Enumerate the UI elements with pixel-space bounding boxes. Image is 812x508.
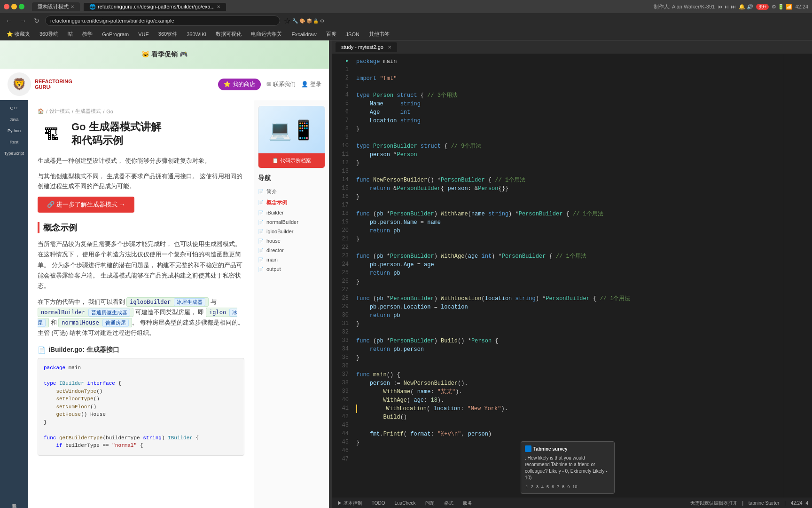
breadcrumb-home[interactable]: 🏠: [38, 108, 44, 114]
nav-icon-house: 📄: [258, 238, 264, 244]
scale-1[interactable]: 1: [525, 484, 529, 490]
nav-item-igloobuilder[interactable]: 📄 iglooBuilder: [258, 227, 325, 236]
scale-4[interactable]: 4: [540, 484, 545, 490]
bookmark-360wiki[interactable]: 360WIKI: [184, 31, 209, 38]
nav-item-normalbuilder[interactable]: 📄 normalBuilder: [258, 217, 325, 227]
breadcrumb-design-patterns[interactable]: 设计模式: [49, 108, 70, 115]
sidebar-contact[interactable]: 联系我们: [11, 497, 17, 504]
breadcrumb-current: Go: [106, 109, 113, 114]
login-link[interactable]: 👤 登录: [301, 80, 321, 88]
tab-icon: 🌐: [89, 4, 96, 10]
bookmark-json[interactable]: JSON: [343, 31, 362, 38]
bookmark-baidu[interactable]: 百度: [323, 30, 339, 39]
app-top-bar: 重构设计模式 ✕ 🌐 refactoringguru.cn/design-pat…: [0, 0, 812, 13]
page-layout: C++ Java Python Rust TypeScript 联系我们 🏠 /…: [0, 100, 329, 508]
bookmark-edu[interactable]: 教学: [79, 30, 95, 39]
bookmark-icon[interactable]: ☆: [284, 16, 290, 25]
scale-5[interactable]: 5: [546, 484, 550, 490]
refresh-button[interactable]: ↻: [32, 16, 41, 25]
bottom-btn-luacheck[interactable]: LuaCheck: [393, 500, 418, 506]
tabnine-popup: Tabnine survey : How likely is that you …: [521, 441, 615, 494]
code-editor[interactable]: package main import "fmt" type Person st…: [351, 54, 784, 498]
scale-3[interactable]: 3: [535, 484, 539, 490]
code-ref-normalhouse: normalHouse 普通房屋: [58, 318, 132, 327]
bookmark-gu[interactable]: 咕: [65, 30, 76, 39]
sidebar-lang-typescript[interactable]: TypeScript: [2, 149, 26, 158]
scale-10[interactable]: 10: [571, 484, 578, 490]
editor-tab-active[interactable]: study - mytest2.go ✕: [336, 42, 397, 52]
minimize-button[interactable]: [11, 4, 17, 9]
cta-button[interactable]: 🔗 进一步了解生成器模式 →: [38, 197, 134, 213]
site-header: 🦁 REFACTORING GURU· ⭐ 我的商店 ✉ 联系我们 👤 登录: [0, 69, 329, 100]
main-area: 🐱 看季促销 🎮 🦁 REFACTORING GURU· ⭐ 我的商店 ✉ 联系…: [0, 40, 812, 508]
bookmark-goprogram[interactable]: GoProgram: [99, 31, 132, 38]
sidebar-lang-cpp[interactable]: C++: [2, 104, 26, 112]
media-controls[interactable]: ⏮ ⏯ ⏭: [718, 4, 736, 9]
nav-items-list: 📄 简介 📄 概念示例 📄 iBuilder 📄 normalBuilder: [258, 186, 325, 274]
bottom-btn-problems[interactable]: 问题: [423, 500, 437, 507]
sidebar-lang-rust[interactable]: Rust: [2, 138, 26, 146]
browser-tab-active[interactable]: 🌐 refactoringguru.cn/design-patterns/bui…: [84, 3, 226, 11]
nav-item-output[interactable]: 📄 output: [258, 264, 325, 274]
maximize-button[interactable]: [19, 4, 24, 9]
nav-item-concept[interactable]: 📄 概念示例: [258, 197, 325, 208]
scale-8[interactable]: 8: [561, 484, 565, 490]
bottom-btn-service[interactable]: 服务: [461, 500, 474, 507]
bookmark-vue[interactable]: VUE: [135, 31, 152, 38]
address-url: refactoringguru.cn/design-patterns/build…: [50, 18, 174, 24]
right-nav-panel: 💻📱 📋 代码示例档案 导航 📄 简介 📄 概念示例 📄 iB: [254, 100, 329, 508]
concept-text-2: 在下方的代码中， 我们可以看到 iglooBuilder 冰屋生成器 与 nor…: [38, 297, 244, 338]
bottom-btn-format[interactable]: 格式: [442, 500, 455, 507]
close-button[interactable]: [4, 4, 9, 9]
sidebar-lang-java[interactable]: Java: [2, 115, 26, 124]
bottom-btn-basic[interactable]: ▶ 基本控制: [336, 500, 364, 507]
tab-label: refactoringguru.cn/design-patterns/build…: [98, 4, 215, 9]
address-bar[interactable]: refactoringguru.cn/design-patterns/build…: [45, 16, 280, 26]
bookmark-excalidraw[interactable]: Excalidraw: [289, 31, 319, 38]
bottom-btn-todo[interactable]: TODO: [370, 500, 387, 506]
bookmark-360[interactable]: 360软件: [156, 30, 180, 39]
contact-link[interactable]: ✉ 联系我们: [266, 80, 296, 88]
scale-6[interactable]: 6: [551, 484, 555, 490]
scale-2[interactable]: 2: [530, 484, 534, 490]
scale-9[interactable]: 9: [566, 484, 570, 490]
nav-item-intro[interactable]: 📄 简介: [258, 186, 325, 197]
page-main-content: 🏠 / 设计模式 / 生成器模式 / Go 🏗 Go 生成器模式讲解和代码示例 …: [28, 100, 254, 508]
nav-item-house[interactable]: 📄 house: [258, 236, 325, 246]
clock: 42:24: [795, 4, 808, 9]
scale-7[interactable]: 7: [556, 484, 560, 490]
bookmark-360nav[interactable]: 360导航: [37, 30, 61, 39]
nav-icon-igloobuilder: 📄: [258, 229, 264, 234]
site-branding: REFACTORING GURU·: [35, 79, 72, 90]
tab-close-icon[interactable]: ✕: [70, 4, 74, 9]
browser-tab-inactive[interactable]: 重构设计模式 ✕: [32, 2, 80, 11]
breadcrumb-builder[interactable]: 生成器模式: [75, 108, 101, 115]
nav-item-director[interactable]: 📄 director: [258, 246, 325, 255]
promo-banner[interactable]: 🐱 看季促销 🎮: [0, 40, 329, 69]
editor-area: study - mytest2.go ✕ ▶ 12345 678910 1112…: [332, 40, 812, 508]
site-logo: 🦁 REFACTORING GURU·: [8, 72, 72, 96]
divider2: |: [784, 500, 786, 506]
system-icons: 🔔 🔊: [739, 4, 753, 10]
bookmark-others[interactable]: 其他书签: [366, 30, 392, 39]
nav-item-ibuilder[interactable]: 📄 iBuilder: [258, 208, 325, 217]
forward-button[interactable]: →: [18, 16, 28, 25]
nav-item-main[interactable]: 📄 main: [258, 255, 325, 264]
bookmark-dataviz[interactable]: 数据可视化: [213, 30, 244, 39]
editor-tab-close[interactable]: ✕: [388, 45, 391, 50]
nav-card-button[interactable]: 📋 代码示例档案: [258, 153, 325, 168]
concept-section-title: 概念示例: [38, 222, 244, 233]
tab-close-icon[interactable]: ✕: [217, 4, 220, 9]
article-desc: 与其他创建型模式不同， 生成器不要求产品拥有通用接口。 这使得用相同的创建过程生…: [38, 172, 244, 191]
code-block: package main type IBuilder interface { s…: [38, 358, 244, 456]
bookmark-ecommerce[interactable]: 电商运营相关: [248, 30, 285, 39]
status-right: 无需以默认编辑器打开 | tabnine Starter | 42:24 4: [690, 500, 808, 507]
left-sidebar: C++ Java Python Rust TypeScript 联系我们: [0, 100, 28, 508]
back-button[interactable]: ←: [4, 16, 14, 25]
mini-map: [784, 54, 812, 498]
system-tray: ⚙ 🔋 📶: [772, 4, 792, 10]
article-title: Go 生成器模式讲解和代码示例: [71, 120, 161, 147]
bookmark-favorites[interactable]: ⭐ 收藏夹: [4, 30, 33, 39]
sidebar-lang-python[interactable]: Python: [2, 127, 26, 135]
my-store-button[interactable]: ⭐ 我的商店: [218, 79, 261, 90]
